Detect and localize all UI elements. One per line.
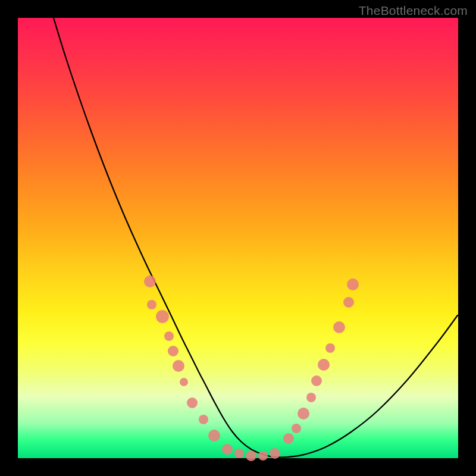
data-marker xyxy=(234,449,244,458)
bottleneck-curve xyxy=(54,18,458,458)
data-marker xyxy=(222,444,233,455)
data-marker xyxy=(187,397,198,408)
outer-frame: TheBottleneck.com xyxy=(0,0,476,476)
data-marker xyxy=(325,343,335,353)
data-marker xyxy=(318,359,330,371)
data-marker xyxy=(246,450,256,461)
watermark-text: TheBottleneck.com xyxy=(359,4,468,18)
data-marker xyxy=(311,375,322,386)
data-marker xyxy=(173,360,184,372)
data-marker xyxy=(347,278,359,290)
data-marker xyxy=(298,408,309,419)
data-marker xyxy=(156,310,169,323)
data-marker xyxy=(180,378,188,386)
data-marker xyxy=(292,424,301,433)
data-marker xyxy=(333,321,345,333)
data-marker xyxy=(270,448,280,459)
data-marker xyxy=(343,297,354,308)
marker-layer xyxy=(144,275,359,461)
data-marker xyxy=(283,433,294,444)
data-marker xyxy=(144,275,156,287)
data-marker xyxy=(164,331,174,341)
data-marker xyxy=(147,300,156,309)
data-marker xyxy=(258,451,268,461)
data-marker xyxy=(199,415,208,424)
chart-plot-area xyxy=(18,18,458,458)
data-marker xyxy=(306,393,316,402)
data-marker xyxy=(168,346,178,356)
chart-svg xyxy=(18,18,458,458)
data-marker xyxy=(208,430,220,441)
